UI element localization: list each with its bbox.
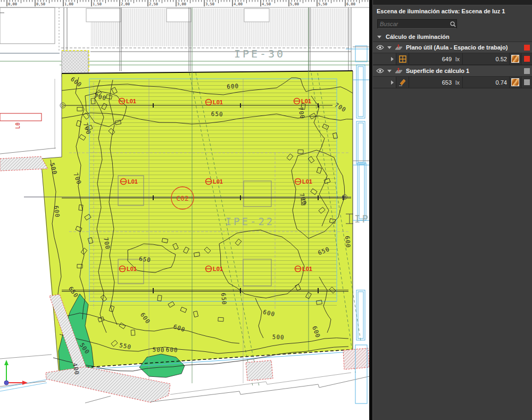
contour-value-label: 650 xyxy=(220,293,228,306)
row-superficie-calculo[interactable]: Superficie de cálculo 1 xyxy=(373,65,532,77)
row-plano-util-values[interactable]: 649 lx 0.52 xyxy=(373,53,532,65)
search-icon[interactable] xyxy=(449,21,456,27)
row-plano-util[interactable]: Plano útil (Aula - Espacio de trabajo) xyxy=(373,42,532,53)
scene-color-marker[interactable] xyxy=(524,79,530,85)
contour-value-label: 650 xyxy=(211,110,223,118)
ruler-tick-label: 2,00 xyxy=(121,2,130,6)
luminaire-label: L01 xyxy=(213,99,223,105)
luminaire-label: L01 xyxy=(126,98,136,104)
expand-icon[interactable] xyxy=(387,70,392,72)
surface-name: Superficie de cálculo 1 xyxy=(406,68,521,74)
grid-result-icon xyxy=(396,53,409,64)
calc-plane-icon xyxy=(395,44,403,51)
luminaire-label: L01 xyxy=(302,266,312,272)
luminaire-label: L01 xyxy=(302,178,312,185)
illuminance-value: 653 xyxy=(442,79,452,86)
uniformity-value: 0.52 xyxy=(463,53,510,64)
search-input[interactable] xyxy=(378,21,449,27)
falsecolor-swatch[interactable] xyxy=(511,55,519,63)
luminaire-label: L01 xyxy=(213,178,223,185)
beam-label-top: IPE-30 xyxy=(234,47,285,60)
expand-icon[interactable] xyxy=(391,57,394,61)
ruler-tick-label: 0,50 xyxy=(36,2,45,6)
ruler-tick-label: 5,50 xyxy=(318,2,327,6)
beam-label-right: IPE xyxy=(354,213,369,225)
ruler-tick-label: 3,50 xyxy=(205,2,214,6)
ruler-tick-label: 5,00 xyxy=(290,2,299,6)
horizontal-ruler: 0,000,501,001,502,002,503,003,504,004,50… xyxy=(0,0,369,7)
light-scene-panel: Escena de iluminación activa: Escena de … xyxy=(372,0,532,420)
scene-color-marker[interactable] xyxy=(524,56,530,62)
control-point-label: C02 xyxy=(176,194,188,202)
plan-viewport[interactable]: IPE-30 IPE-22 IPE L0 6006507006007007006… xyxy=(0,0,369,420)
luminaire-label: L01 xyxy=(301,98,311,104)
illuminance-unit: lx xyxy=(455,56,461,62)
collapse-icon[interactable] xyxy=(377,36,381,38)
contour-value-label: 600 xyxy=(53,205,61,218)
falsecolor-swatch[interactable] xyxy=(511,78,519,86)
scene-color-marker[interactable] xyxy=(524,45,530,51)
plan-canvas[interactable]: IPE-30 IPE-22 IPE L0 6006507006007007006… xyxy=(0,0,369,420)
panel-top-strip xyxy=(373,0,532,5)
luminaire-label: L01 xyxy=(128,178,138,185)
room-ref-label: L0 xyxy=(15,122,21,129)
section-title: Cálculo de iluminación xyxy=(386,34,450,40)
contour-value-label: 600 xyxy=(227,83,239,90)
ruler-tick-label: 1,50 xyxy=(93,2,102,6)
search-box[interactable] xyxy=(377,19,457,29)
visibility-eye-icon[interactable] xyxy=(376,68,384,73)
ruler-tick-label: 0,00 xyxy=(8,2,17,6)
illuminance-unit: lx xyxy=(455,79,461,86)
beam-label-mid: IPE-22 xyxy=(226,216,275,227)
row-superficie-calculo-values[interactable]: 653 lx 0.74 xyxy=(373,77,532,88)
ruler-tick-label: 2,50 xyxy=(149,2,158,6)
ruler-tick-label: 1,00 xyxy=(64,2,73,6)
visibility-eye-icon[interactable] xyxy=(376,45,384,50)
uniformity-value: 0.74 xyxy=(463,77,510,88)
expand-icon[interactable] xyxy=(387,46,392,49)
contour-value-label: 600 xyxy=(165,347,178,354)
pen-result-icon xyxy=(396,77,409,88)
ruler-tick-label: 4,00 xyxy=(234,2,243,6)
section-calculation[interactable]: Cálculo de iluminación xyxy=(373,32,532,42)
active-scene-label: Escena de iluminación activa: Escena de … xyxy=(373,5,532,17)
calc-plane-icon xyxy=(395,68,403,74)
illuminance-value: 649 xyxy=(442,56,452,62)
contour-value-label: 600 xyxy=(344,236,352,249)
luminaire-label: L01 xyxy=(213,266,223,272)
contour-value-label: 500 xyxy=(272,333,285,341)
ruler-tick-label: 3,00 xyxy=(177,2,186,6)
luminaire-label: L01 xyxy=(127,266,137,272)
expand-icon[interactable] xyxy=(391,80,394,85)
contour-value-label: 500 xyxy=(152,347,164,354)
app-window: IPE-30 IPE-22 IPE L0 6006507006007007006… xyxy=(0,0,532,420)
ruler-tick-label: 4,50 xyxy=(262,2,271,6)
surface-name: Plano útil (Aula - Espacio de trabajo) xyxy=(406,44,521,51)
ruler-tick-label: 6,00 xyxy=(346,2,355,6)
scene-color-marker[interactable] xyxy=(524,68,530,74)
